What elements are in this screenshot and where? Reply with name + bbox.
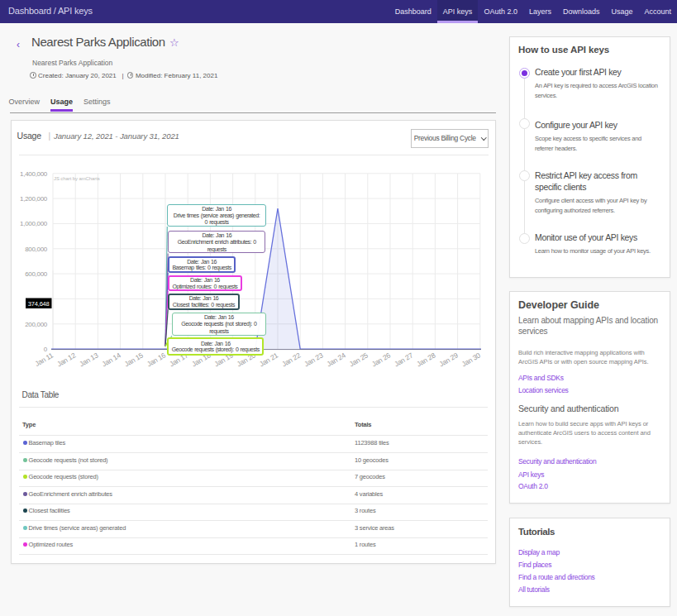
- svg-text:Jan 14: Jan 14: [101, 351, 122, 368]
- svg-text:Jan 24: Jan 24: [326, 351, 347, 368]
- svg-text:Jan 29: Jan 29: [438, 351, 460, 368]
- svg-text:Jan 27: Jan 27: [393, 351, 414, 368]
- svg-text:200,000: 200,000: [25, 321, 48, 328]
- svg-text:Jan 22: Jan 22: [280, 351, 302, 368]
- svg-text:Jan 30: Jan 30: [460, 351, 482, 368]
- svg-text:1,000,000: 1,000,000: [20, 220, 48, 227]
- svg-text:1,400,000: 1,400,000: [20, 170, 48, 178]
- svg-text:Jan 25: Jan 25: [348, 351, 369, 368]
- svg-text:1,200,000: 1,200,000: [20, 195, 48, 203]
- svg-text:Jan 23: Jan 23: [303, 351, 324, 368]
- svg-text:800,000: 800,000: [25, 246, 48, 253]
- svg-text:Jan 13: Jan 13: [78, 351, 99, 368]
- svg-text:600,000: 600,000: [25, 270, 48, 278]
- svg-text:JS chart by amCharts: JS chart by amCharts: [54, 176, 100, 181]
- svg-text:Jan 11: Jan 11: [33, 351, 55, 368]
- svg-text:374,648: 374,648: [28, 300, 50, 308]
- svg-text:Jan 12: Jan 12: [55, 351, 77, 368]
- svg-text:Jan 16: Jan 16: [145, 351, 167, 368]
- svg-text:Jan 15: Jan 15: [123, 351, 145, 368]
- svg-text:Jan 28: Jan 28: [415, 351, 436, 368]
- svg-text:0: 0: [44, 346, 48, 353]
- svg-text:Jan 26: Jan 26: [370, 351, 392, 368]
